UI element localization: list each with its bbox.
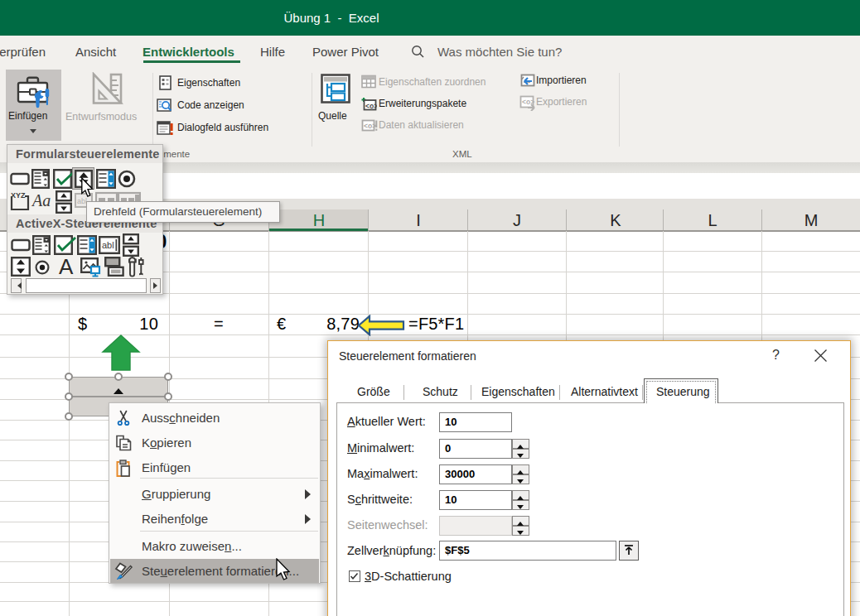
svg-text:<o>: <o>	[365, 102, 377, 110]
svg-text:<o>: <o>	[364, 122, 376, 130]
svg-text:abl: abl	[102, 240, 114, 250]
svg-text:XYZ: XYZ	[11, 191, 26, 200]
